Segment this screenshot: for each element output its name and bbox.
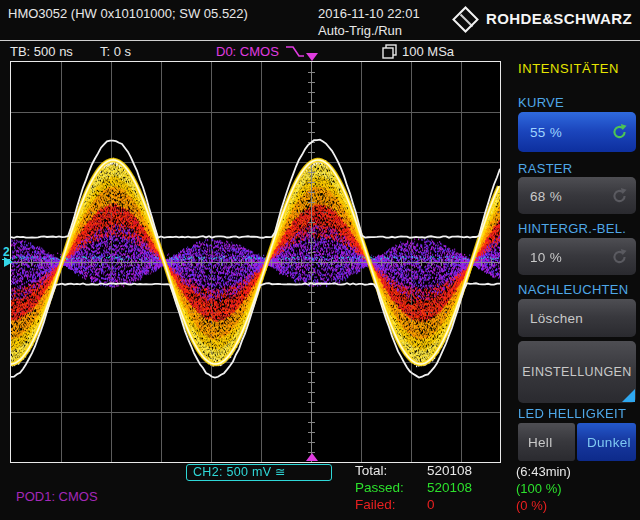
backlight-button[interactable]: 10 %	[518, 238, 636, 275]
settings-button-label: EINSTELLUNGEN	[522, 365, 631, 379]
persistence-clear-button[interactable]: Löschen	[518, 299, 636, 337]
pod1-readout: POD1: CMOS	[16, 489, 98, 504]
led-hell-label: Hell	[528, 435, 552, 450]
trigger-position-marker-top[interactable]	[306, 53, 318, 61]
submenu-corner-icon	[622, 389, 635, 402]
passed-row: Passed: 520108	[355, 480, 505, 495]
trigger-source-readout: D0: CMOS	[216, 44, 305, 59]
failed-row: Failed: 0	[355, 497, 505, 512]
kurve-label: KURVE	[518, 95, 564, 110]
oscilloscope-screen: HMO3052 (HW 0x10101000; SW 05.522) 2016-…	[0, 0, 640, 520]
trigger-source-label: D0: CMOS	[216, 44, 279, 59]
led-hell-button[interactable]: Hell	[518, 423, 575, 461]
passed-label: Passed:	[355, 480, 404, 495]
acquisition-status: Auto-Trig./Run	[318, 23, 402, 38]
trigger-position-marker-bottom[interactable]	[306, 453, 318, 461]
kurve-value: 55 %	[530, 125, 562, 140]
header-divider	[0, 40, 640, 41]
acquisition-memory-icon	[382, 44, 397, 59]
channel2-scale-readout: CH2: 500 mV ≅	[186, 464, 332, 481]
device-title: HMO3052 (HW 0x10101000; SW 05.522)	[8, 6, 248, 21]
total-label: Total:	[355, 463, 387, 478]
trigger-time-readout: T: 0 s	[100, 44, 131, 59]
persistence-clear-value: Löschen	[530, 311, 583, 326]
waveform-canvas	[11, 62, 500, 462]
passed-value: 520108	[427, 480, 472, 495]
passed-percent: (100 %)	[516, 481, 562, 496]
samplerate-value: 100 MSa	[402, 44, 454, 59]
failed-percent: (0 %)	[516, 498, 547, 513]
failed-label: Failed:	[355, 497, 396, 512]
raster-label: RASTER	[518, 161, 573, 176]
waveform-display	[10, 61, 501, 463]
datetime: 2016-11-10 22:01	[318, 6, 420, 21]
total-row: Total: 520108	[355, 463, 505, 478]
led-dunkel-button[interactable]: Dunkel	[577, 423, 636, 461]
menu-title: INTENSITÄTEN	[518, 61, 619, 76]
rotary-knob-icon	[611, 187, 628, 204]
timebase-readout: TB: 500 ns	[10, 44, 73, 59]
settings-button[interactable]: EINSTELLUNGEN	[518, 341, 636, 403]
rohde-schwarz-diamond-icon	[452, 6, 479, 33]
total-value: 520108	[427, 463, 472, 478]
brand-logo: ROHDE&SCHWARZ	[456, 8, 632, 29]
raster-value: 68 %	[530, 188, 562, 203]
failed-value: 0	[427, 497, 435, 512]
backlight-label: HINTERGR.-BEL.	[518, 221, 626, 236]
persistence-label: NACHLEUCHTEN	[518, 282, 629, 297]
samplerate-readout: 100 MSa	[382, 44, 454, 59]
elapsed-time: (6:43min)	[516, 464, 571, 479]
falling-edge-icon	[285, 45, 305, 58]
kurve-button[interactable]: 55 %	[518, 112, 636, 152]
raster-button[interactable]: 68 %	[518, 177, 636, 214]
led-brightness-label: LED HELLIGKEIT	[518, 406, 626, 421]
backlight-value: 10 %	[530, 249, 562, 264]
channel2-arrow-icon	[4, 257, 13, 267]
rotary-knob-icon	[611, 124, 628, 141]
brand-name: ROHDE&SCHWARZ	[486, 10, 632, 27]
led-dunkel-label: Dunkel	[587, 435, 631, 450]
rotary-knob-icon	[611, 248, 628, 265]
